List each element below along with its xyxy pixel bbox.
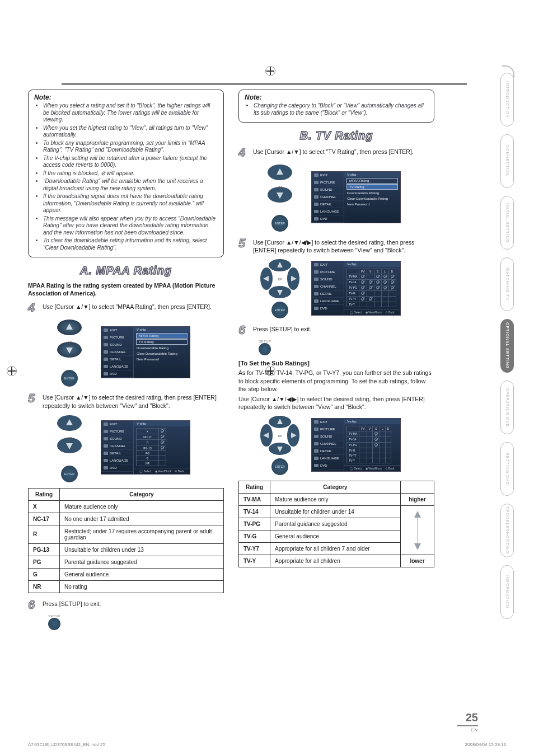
osd-items-a4: MPAA RatingTV RatingDownloadable RatingC… [134, 333, 190, 362]
side-tab: WATCHING TV [500, 257, 514, 311]
table-row: NC-17No one under 17 admitted [29, 513, 224, 525]
step-text: Press [SETUP] to exit. [43, 599, 101, 608]
table-row: TV-14Unsuitable for children under 14 [239, 506, 434, 518]
remote-dpad: or ENTER [48, 317, 91, 387]
table-row: PG-13Unsuitable for children under 13 [29, 543, 224, 556]
osd-tv-table: FVVSLDTV-MATV-14TV-PGTV-GTV-Y7TV-Y [346, 269, 396, 307]
osd-left-item: DVD [101, 370, 133, 378]
setup-button-icon [48, 618, 60, 630]
note-item: If the rating is blocked, ⊘ will appear. [43, 170, 218, 177]
remote-dpad-4way: or ENTER [259, 414, 301, 475]
table-row: TV-YAppropriate for all childrenlower [239, 555, 434, 567]
osd-right-item: MPAA Rating [346, 178, 398, 184]
section-b-banner: B. TV Rating [238, 129, 434, 142]
osd-right-item: Downloadable Rating [344, 190, 400, 196]
tv-tbody: TV-MAMature audience onlyhigherTV-14Unsu… [239, 494, 434, 567]
step-text: Press [SETUP] to exit. [253, 324, 311, 333]
table-row: TV-MAMature audience onlyhigher [239, 494, 434, 506]
setup-button-icon [259, 343, 271, 355]
note-title: Note: [34, 93, 218, 101]
step-text: Use [Cursor ▲/▼] to select "TV Rating", … [253, 147, 414, 156]
osd-left-menu-b5: EXITPICTURESOUNDCHANNELDETAILLANGUAGEDVD [312, 261, 344, 315]
osd-left-item: PICTURE [312, 179, 344, 186]
osd-tv-grid-sub: EXITPICTURESOUNDCHANNELDETAILLANGUAGEDVD… [311, 418, 401, 472]
note-item: If the broadcasting signal does not have… [43, 193, 218, 214]
osd-right-item: Clear Downloadable Rating [344, 196, 400, 201]
osd-left-item: DVD [312, 305, 344, 312]
side-tab: OPTIONAL SETTING [500, 319, 514, 373]
osd-left-menu-2: EXITPICTURESOUNDCHANNELDETAILLANGUAGEDVD [101, 421, 134, 474]
osd-right-item: TV Rating [346, 184, 398, 190]
step-number: 4 [28, 302, 39, 314]
osd-left-item: PICTURE [312, 269, 344, 276]
osd-left-item: EXIT [312, 172, 344, 179]
side-tab: TROUBLESHOOTING [500, 504, 514, 557]
step-number: 5 [28, 392, 39, 405]
side-tab: OPERATING DVD [500, 381, 514, 434]
step-number: 5 [238, 237, 250, 250]
osd-left-item: DVD [312, 462, 344, 469]
osd-left-menu-b: EXITPICTURESOUNDCHANNELDETAILLANGUAGEDVD [312, 172, 344, 223]
page-number: 25 [457, 711, 478, 724]
step-text: Use [Cursor ▲/▼] to select "MPAA Rating"… [43, 302, 212, 311]
or-label: or [67, 435, 72, 441]
note-item: This message will also appear when you t… [43, 215, 218, 237]
footer-left: A74GCUE_LD370SS8 M2_EN.indd 25 [28, 742, 105, 747]
note-list-b: Changing the category to "Block" or "Vie… [245, 102, 428, 116]
note-list-a: When you select a rating and set it to "… [34, 102, 218, 251]
step-text: Use [Cursor ▲/▼/◀/▶] to select the desir… [253, 237, 434, 254]
osd-footer: ◯ Select ◉ View/Block ⟲ Back [134, 468, 190, 474]
osd-mpaa-table: XNC-17RPG-13PGGNR [136, 428, 166, 466]
step-text: Use [Cursor ▲/▼] to select the desired r… [43, 392, 224, 409]
osd-left-menu: EXITPICTURESOUNDCHANNELDETAILLANGUAGEDVD [101, 327, 134, 378]
table-row: XMature audience only [29, 500, 224, 513]
step-a5: 5 Use [Cursor ▲/▼] to select the desired… [28, 392, 224, 409]
remote-dpad: or ENTER [259, 162, 301, 232]
step-b6: 6 Press [SETUP] to exit. [238, 324, 434, 336]
osd-left-item: EXIT [101, 327, 133, 334]
osd-left-item: SOUND [312, 433, 344, 440]
osd-left-item: DETAIL [101, 450, 133, 457]
osd-left-item: CHANNEL [312, 283, 344, 290]
osd-left-item: SOUND [312, 186, 344, 194]
th-category: Category [60, 488, 224, 500]
step-number: 4 [238, 147, 250, 159]
osd-right-item: New Password [134, 356, 190, 362]
table-row: RRestricted; under 17 requires accompany… [29, 525, 224, 543]
svg-text:or: or [278, 276, 282, 281]
remote-and-osd-b5: or ENTER EXITPICTURESOUNDCHANNELDETAILLA… [259, 257, 434, 318]
enter-button-icon: ENTER [271, 302, 288, 318]
th-rating: Rating [239, 481, 270, 494]
svg-text:or: or [278, 433, 282, 438]
note-title: Note: [245, 93, 428, 101]
tv-rating-table: Rating Category TV-MAMature audience onl… [238, 481, 434, 567]
osd-right-item: TV Rating [136, 339, 188, 345]
osd-left-item: PICTURE [101, 428, 133, 435]
step-number: 6 [238, 324, 250, 336]
note-item: When you select a rating and set it to "… [43, 102, 218, 124]
osd-right-item: New Password [344, 201, 400, 207]
remote-and-osd-sub: or ENTER EXITPICTURESOUNDCHANNELDETAILLA… [259, 414, 434, 475]
dpad-updown-icon [48, 317, 91, 360]
osd-left-item: LANGUAGE [312, 298, 344, 305]
note-item: Changing the category to "Block" or "Vie… [254, 102, 428, 116]
section-a-banner: A. MPAA Rating [28, 264, 224, 277]
dpad-updown-icon [48, 413, 91, 456]
dpad-updown-icon [259, 162, 301, 205]
osd-right-item: Clear Downloadable Rating [134, 351, 190, 356]
left-column: Note: When you select a rating and set i… [28, 90, 224, 630]
print-footer: A74GCUE_LD370SS8 M2_EN.indd 25 2008/04/0… [28, 742, 506, 747]
sub-ratings-para1: As for TV-MA, TV-14, TV-PG, or TV-Y7, yo… [238, 369, 434, 393]
osd-left-item: CHANNEL [101, 443, 133, 450]
osd-left-item: SOUND [312, 276, 344, 283]
osd-left-item: DETAIL [312, 448, 344, 455]
note-item: "Downloadable Rating" will be available … [43, 178, 218, 192]
osd-left-item: LANGUAGE [312, 208, 344, 215]
table-row: PGParental guidance suggested [29, 556, 224, 568]
mpaa-tbody: XMature audience onlyNC-17No one under 1… [29, 500, 224, 593]
remote-dpad: or ENTER [48, 413, 91, 482]
dpad-4way-icon: or [259, 414, 301, 457]
step-b4: 4 Use [Cursor ▲/▼] to select "TV Rating"… [238, 147, 434, 159]
osd-left-item: DETAIL [101, 356, 133, 363]
right-column: Note: Changing the category to "Block" o… [238, 90, 434, 630]
